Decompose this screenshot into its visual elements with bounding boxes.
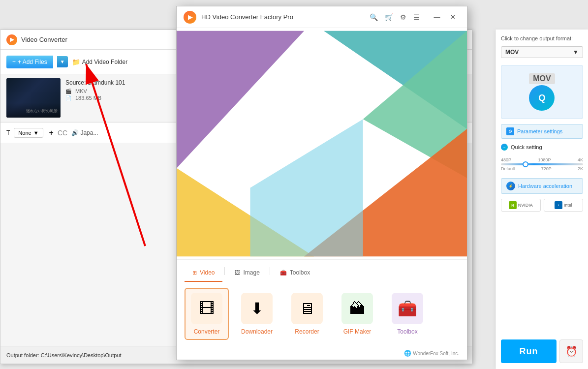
format-value: MOV <box>505 49 519 56</box>
quality-labels-top: 480P 1080P 4K <box>501 157 583 162</box>
quick-setting-label: → Quick setting <box>501 144 583 151</box>
subtitle-selector[interactable]: None ▼ <box>14 128 43 138</box>
hardware-acceleration-button[interactable]: ⚡ Hardware acceleration <box>501 178 583 194</box>
param-icon: ⚙ <box>506 127 514 135</box>
mov-circle-icon: Q <box>529 85 555 111</box>
toolbox-label: Toolbox <box>397 328 417 335</box>
converter-icon-box: 🎞 <box>191 293 222 324</box>
format-label: Click to change output format: <box>501 35 583 41</box>
downloader-label: Downloader <box>241 328 273 335</box>
run-button[interactable]: Run <box>501 339 557 363</box>
bg-window-title: Video Converter <box>21 36 67 43</box>
hero-svg <box>177 28 467 259</box>
tab-image[interactable]: 🖼 Image <box>227 264 267 282</box>
format-dropdown-icon: ▼ <box>573 49 579 56</box>
menu-icon[interactable]: ☰ <box>413 13 420 21</box>
tool-item-gif-maker[interactable]: 🏔 GIF Maker <box>335 288 379 340</box>
toolbox-icon-box: 🧰 <box>392 293 423 324</box>
svg-marker-2 <box>177 31 304 168</box>
cart-icon[interactable]: 🛒 <box>385 13 393 21</box>
quality-slider-area: 480P 1080P 4K Default 720P 2K <box>501 155 583 173</box>
tab-divider-1 <box>224 267 225 275</box>
parameter-settings-button[interactable]: ⚙ Parameter settings <box>501 124 583 139</box>
gpu-buttons: N NVIDIA i Intel <box>501 199 583 212</box>
file-thumbnail: 迷れない街の風景 <box>6 78 61 118</box>
main-win-controls: — ✕ <box>430 10 460 25</box>
tab-divider-2 <box>270 267 270 275</box>
add-folder-button[interactable]: 📁 Add Video Folder <box>72 58 128 66</box>
slider-thumb <box>523 161 528 167</box>
main-titlebar-icons: 🔍 🛒 ⚙ ☰ — ✕ <box>370 10 460 25</box>
main-window: ▶ HD Video Converter Factory Pro 🔍 🛒 ⚙ ☰… <box>176 6 467 360</box>
output-path: C:\Users\Kevincy\Desktop\Output <box>41 352 122 358</box>
mov-text: MOV <box>529 73 555 84</box>
search-icon[interactable]: 🔍 <box>370 13 378 21</box>
quality-labels-bottom: Default 720P 2K <box>501 166 583 171</box>
bg-logo: ▶ <box>6 34 17 45</box>
gif-maker-icon-box: 🏔 <box>341 293 373 324</box>
nvidia-button[interactable]: N NVIDIA <box>501 199 541 212</box>
downloader-icon-box: ⬇ <box>241 293 273 324</box>
hero-area <box>177 28 467 259</box>
converter-label: Converter <box>194 328 220 335</box>
tool-grid: 🎞 Converter ⬇ Downloader 🖥 Recorder 🏔 GI… <box>177 282 467 348</box>
brand-text: WonderFox Soft, Inc. <box>413 351 459 356</box>
tab-toolbox[interactable]: 🧰 Toolbox <box>272 264 318 282</box>
tool-item-toolbox[interactable]: 🧰 Toolbox <box>385 288 430 340</box>
alarm-button[interactable]: ⏰ <box>559 339 583 363</box>
tool-item-recorder[interactable]: 🖥 Recorder <box>285 288 329 340</box>
quality-slider[interactable] <box>501 163 583 165</box>
nav-tabs: ⊞ Video 🖼 Image 🧰 Toolbox <box>177 259 467 282</box>
footer: 🌐 WonderFox Soft, Inc. <box>177 348 467 360</box>
main-minimize-button[interactable]: — <box>430 10 444 25</box>
main-logo: ▶ <box>184 11 196 24</box>
right-panel: Click to change output format: MOV ▼ MOV… <box>495 30 588 369</box>
tab-video[interactable]: ⊞ Video <box>185 264 222 282</box>
intel-icon: i <box>555 201 562 209</box>
recorder-label: Recorder <box>295 328 319 335</box>
main-window-title: HD Video Converter Factory Pro <box>201 13 293 21</box>
intel-button[interactable]: i Intel <box>544 199 584 212</box>
add-files-button[interactable]: + + Add Files <box>6 56 53 68</box>
hw-accel-icon: ⚡ <box>506 182 515 190</box>
recorder-icon-box: 🖥 <box>291 293 323 324</box>
settings-icon[interactable]: ⚙ <box>400 13 406 21</box>
format-selector[interactable]: MOV ▼ <box>501 46 583 58</box>
main-titlebar: ▶ HD Video Converter Factory Pro 🔍 🛒 ⚙ ☰… <box>177 6 467 28</box>
main-close-button[interactable]: ✕ <box>445 10 460 25</box>
run-area: Run ⏰ <box>501 339 583 363</box>
gif-maker-label: GIF Maker <box>343 328 371 335</box>
hero-background <box>177 28 467 259</box>
quick-setting-icon: → <box>501 144 508 151</box>
tool-item-downloader[interactable]: ⬇ Downloader <box>235 288 279 340</box>
tool-item-converter[interactable]: 🎞 Converter <box>185 288 229 340</box>
nvidia-icon: N <box>509 201 517 209</box>
add-files-arrow-button[interactable]: ▼ <box>57 56 68 67</box>
format-preview: MOV Q <box>501 65 583 119</box>
